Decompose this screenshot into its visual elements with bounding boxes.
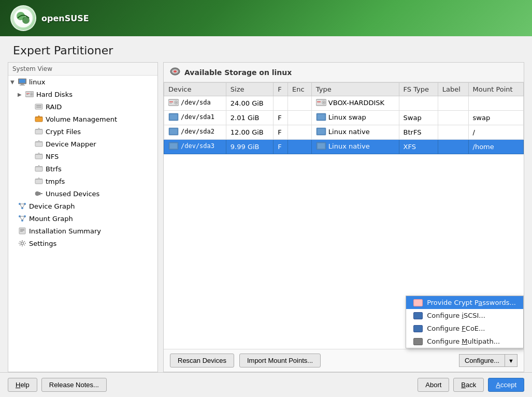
svg-rect-53 [169,101,173,102]
iscsi-icon [413,312,423,319]
panel-title-icon [170,67,180,78]
sidebar-item-mount-graph[interactable]: Mount Graph [8,212,157,225]
rescan-devices-button[interactable]: Rescan Devices [170,354,234,367]
computer-icon [18,77,27,86]
svg-line-35 [22,204,25,208]
sidebar-item-btrfs-label: Btrfs [46,165,62,173]
svg-marker-18 [35,128,42,129]
footer-right: Abort Back Accept [418,378,524,392]
svg-rect-64 [170,129,177,134]
tree-toggle-raid [27,104,34,110]
help-button[interactable]: Help [8,378,37,392]
cell-enc [287,96,311,111]
svg-line-40 [20,216,22,220]
vbox-icon: VBOX-HARDDISK [316,98,384,107]
import-mount-points-button[interactable]: Import Mount Points... [239,354,321,367]
sidebar-item-nfs[interactable]: NFS [8,150,157,163]
cell-fstype: BtrFS [399,125,438,140]
sidebar-item-tmpfs[interactable]: tmpfs [8,175,157,187]
back-button[interactable]: Back [453,378,484,392]
panel-title-bar: Available Storage on linux [164,63,524,82]
cell-type: VBOX-HARDDISK [311,96,399,111]
cell-size: 12.00 GiB [226,125,273,140]
svg-rect-19 [35,142,42,146]
unused-devices-icon [34,189,44,198]
svg-rect-11 [26,94,28,95]
svg-point-57 [323,102,324,104]
table-row[interactable]: /dev/sda1 2.01 GiB F Linux swap [164,111,524,125]
col-device: Device [164,83,226,96]
context-menu-multipath-label: Configure Multipath... [427,337,500,345]
sidebar-item-installation-summary[interactable]: Installation Summary [8,225,157,237]
sidebar-item-hard-disks[interactable]: ▶ Hard Disks [8,88,157,100]
cell-fstype [399,96,438,111]
tree-toggle-harddisks[interactable]: ▶ [18,92,25,97]
context-menu-item-crypt-passwords[interactable]: Provide Crypt Passwords... [406,296,523,309]
svg-marker-20 [35,140,42,142]
sidebar-item-settings-label: Settings [29,240,56,247]
sidebar-item-settings[interactable]: Settings [8,237,157,249]
cell-device: /dev/sda3 [164,140,226,154]
cell-label [438,140,468,154]
cell-enc [287,140,311,154]
sidebar-item-btrfs[interactable]: Btrfs [8,163,157,175]
sidebar-item-device-mapper[interactable]: Device Mapper [8,138,157,150]
cell-fstype: XFS [399,140,438,154]
abort-button[interactable]: Abort [418,378,449,392]
sidebar-item-cryptfiles-label: Crypt Files [46,128,81,136]
sidebar-item-linux-label: linux [29,78,45,86]
configure-button[interactable]: Configure... [459,354,505,367]
accept-button[interactable]: Accept [488,378,524,392]
svg-rect-60 [170,114,177,120]
sidebar-item-linux[interactable]: ▼ linux [8,76,157,88]
context-menu-item-iscsi[interactable]: Configure iSCSI... [406,309,523,322]
sidebar-item-device-graph[interactable]: Device Graph [8,200,157,212]
sidebar-item-volume-management[interactable]: Volume Management [8,113,157,125]
sidebar-item-crypt-files[interactable]: Crypt Files [8,125,157,138]
table-row[interactable]: /dev/sda 24.00 GiB VBOX-HARDDISK [164,96,524,111]
svg-rect-5 [21,84,24,85]
devmapper-icon [34,139,44,149]
cell-f: F [274,111,288,125]
sidebar-item-unused-label: Unused Devices [46,190,99,198]
col-type: Type [311,83,399,96]
cell-mount: /home [468,140,523,154]
svg-rect-70 [318,143,325,149]
svg-rect-25 [35,179,42,184]
device-table: Device Size F Enc Type FS Type Label Mou… [164,82,524,154]
cell-enc [287,125,311,140]
sidebar-item-nfs-label: NFS [46,153,59,160]
cell-label [438,125,468,140]
svg-rect-62 [318,114,325,120]
col-fstype: FS Type [399,83,438,96]
page-title: Expert Partitioner [13,44,519,57]
raid-icon [34,102,44,111]
panel-bottom-bar: Rescan Devices Import Mount Points... Co… [164,349,524,372]
context-menu-item-fcoe[interactable]: Configure FCoE... [406,322,523,335]
svg-rect-54 [169,103,172,104]
sidebar-item-devmapper-label: Device Mapper [46,140,96,148]
table-row-selected[interactable]: /dev/sda3 9.99 GiB F Linux native [164,140,524,154]
svg-marker-22 [35,153,42,154]
table-row[interactable]: /dev/sda2 12.00 GiB F Linux native [164,125,524,140]
svg-rect-15 [35,117,42,122]
header: openSUSE [0,0,532,36]
footer-left: Help Release Notes... [8,378,107,392]
release-notes-button[interactable]: Release Notes... [41,378,107,392]
tree-toggle-linux[interactable]: ▼ [10,79,18,85]
svg-rect-21 [35,154,42,159]
page-title-bar: Expert Partitioner [0,36,532,62]
svg-rect-4 [19,79,25,83]
svg-rect-23 [35,167,42,171]
sidebar-item-unused-devices[interactable]: Unused Devices [8,187,157,200]
svg-rect-68 [170,143,177,149]
cell-device: /dev/sda2 [164,125,226,140]
configure-dropdown-arrow[interactable]: ▼ [505,354,517,367]
sidebar-item-mountgraph-label: Mount Graph [29,215,73,223]
context-menu-item-multipath[interactable]: Configure Multipath... [406,335,523,348]
sidebar-item-tmpfs-label: tmpfs [46,178,65,185]
cell-fstype: Swap [399,111,438,125]
svg-marker-16 [35,115,42,117]
sidebar-item-raid[interactable]: RAID [8,100,157,113]
cell-f: F [274,140,288,154]
